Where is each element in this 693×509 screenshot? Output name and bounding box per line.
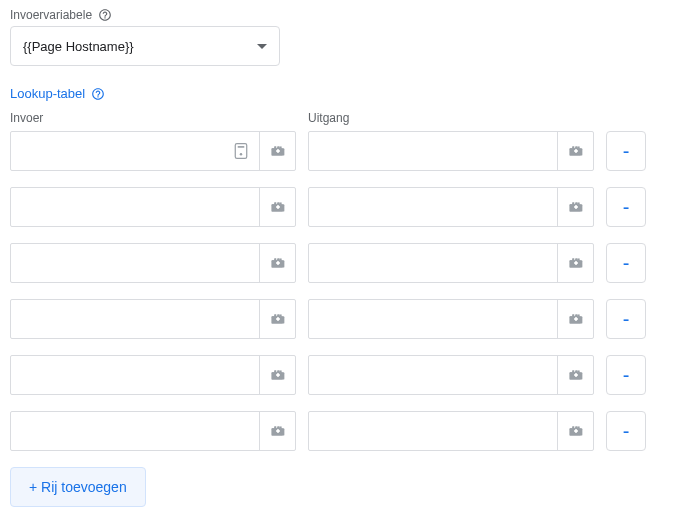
variable-picker-icon[interactable] [259,356,295,394]
table-row: - [10,355,683,395]
input-cell [10,131,296,171]
input-field[interactable] [11,356,259,394]
remove-row-button[interactable]: - [606,411,646,451]
remove-row-button[interactable]: - [606,131,646,171]
output-field[interactable] [309,244,557,282]
output-cell [308,299,594,339]
remove-row-button[interactable]: - [606,299,646,339]
variable-picker-icon[interactable] [259,412,295,450]
input-cell [10,299,296,339]
output-field[interactable] [309,356,557,394]
table-row: - [10,243,683,283]
rows-container: ------ [10,131,683,451]
output-field[interactable] [309,188,557,226]
table-row: - [10,131,683,171]
remove-row-button[interactable]: - [606,187,646,227]
variable-picker-icon[interactable] [259,244,295,282]
variable-picker-icon[interactable] [259,188,295,226]
variable-picker-icon[interactable] [557,244,593,282]
table-row: - [10,411,683,451]
input-field[interactable] [11,132,223,170]
input-variable-select[interactable]: {{Page Hostname}} [10,26,280,66]
variable-picker-icon[interactable] [259,132,295,170]
lookup-table-link-label: Lookup-tabel [10,86,85,101]
input-cell [10,411,296,451]
input-field[interactable] [11,412,259,450]
input-cell [10,243,296,283]
input-field[interactable] [11,188,259,226]
output-cell [308,355,594,395]
input-variable-label: Invoervariabele [10,8,92,22]
output-cell [308,411,594,451]
variable-picker-icon[interactable] [557,356,593,394]
help-icon[interactable] [98,8,112,22]
output-field[interactable] [309,412,557,450]
column-output-label: Uitgang [308,111,594,125]
help-icon[interactable] [91,87,105,101]
variable-picker-icon[interactable] [557,188,593,226]
input-cell [10,355,296,395]
columns-header: Invoer Uitgang [10,111,683,125]
chevron-down-icon [257,44,267,49]
variable-picker-icon[interactable] [557,300,593,338]
output-cell [308,187,594,227]
add-row-button[interactable]: + Rij toevoegen [10,467,146,507]
table-row: - [10,187,683,227]
input-cell [10,187,296,227]
output-field[interactable] [309,300,557,338]
column-input-label: Invoer [10,111,296,125]
output-cell [308,131,594,171]
variable-picker-icon[interactable] [259,300,295,338]
variable-picker-icon[interactable] [557,132,593,170]
input-variable-label-row: Invoervariabele [10,8,683,22]
output-field[interactable] [309,132,557,170]
input-variable-value: {{Page Hostname}} [23,39,134,54]
lookup-table-link[interactable]: Lookup-tabel [10,86,105,101]
input-field[interactable] [11,300,259,338]
output-cell [308,243,594,283]
metadata-icon[interactable] [223,132,259,170]
table-row: - [10,299,683,339]
variable-picker-icon[interactable] [557,412,593,450]
remove-row-button[interactable]: - [606,355,646,395]
remove-row-button[interactable]: - [606,243,646,283]
input-field[interactable] [11,244,259,282]
